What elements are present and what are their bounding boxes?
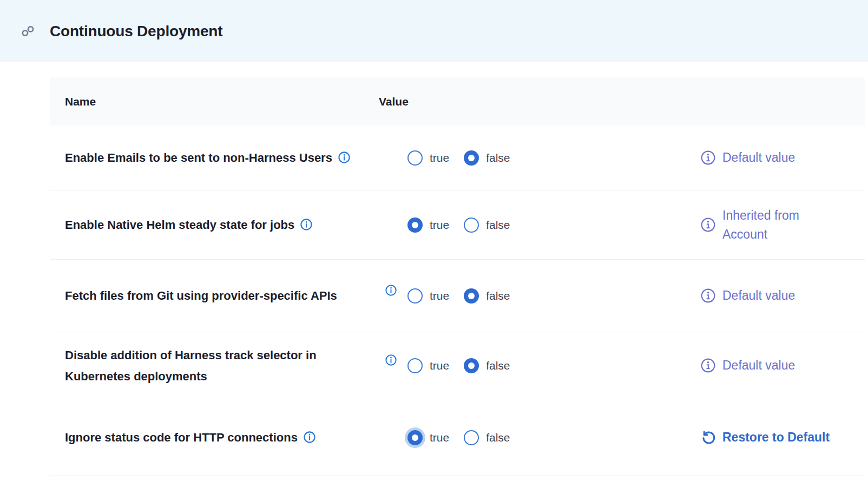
settings-content: Name Value Enable Emails to be sent to n…	[0, 62, 868, 476]
setting-label: Enable Emails to be sent to non-Harness …	[65, 151, 332, 164]
setting-value-cell: true false	[379, 430, 682, 445]
radio-true-label: true	[430, 219, 449, 232]
status-badge: Default value	[701, 148, 795, 167]
status-label: Default value	[722, 356, 795, 375]
radio-false-label: false	[486, 289, 510, 302]
radio-false-circle[interactable]	[464, 430, 479, 445]
radio-false-circle[interactable]	[464, 288, 479, 304]
column-header-name: Name	[50, 95, 379, 108]
radio-false-label: false	[486, 431, 510, 444]
radio-true-label: true	[430, 431, 449, 444]
setting-info-icon[interactable]	[385, 354, 397, 366]
settings-page: Continuous Deployment Name Value Enable …	[0, 0, 868, 476]
setting-info-icon[interactable]	[338, 151, 350, 163]
setting-value-cell: true false	[379, 358, 682, 373]
radio-option-false[interactable]: false	[464, 288, 510, 304]
table-body: Enable Emails to be sent to non-Harness …	[50, 126, 865, 476]
section-header: Continuous Deployment	[0, 0, 868, 62]
setting-value-cell: true false	[379, 150, 682, 166]
radio-true-circle[interactable]	[407, 358, 423, 373]
setting-label: Fetch files from Git using provider-spec…	[65, 289, 337, 302]
status-badge: Default value	[701, 356, 795, 375]
radio-true-label: true	[430, 289, 449, 302]
restore-icon	[701, 430, 716, 445]
radio-option-true[interactable]: true	[407, 358, 449, 373]
link-anchor-icon[interactable]	[21, 24, 35, 38]
radio-option-true[interactable]: true	[407, 288, 449, 304]
radio-true-circle[interactable]	[407, 150, 423, 166]
setting-status-cell: Default value	[682, 148, 865, 167]
setting-value-cell: true false	[379, 217, 682, 233]
status-badge: Inherited from Account	[701, 206, 833, 243]
setting-row: Fetch files from Git using provider-spec…	[50, 260, 865, 332]
setting-status-cell: Restore to Default	[682, 430, 865, 445]
setting-value-cell: true false	[379, 288, 682, 304]
setting-info-icon[interactable]	[300, 219, 312, 230]
setting-name-cell: Enable Emails to be sent to non-Harness …	[50, 147, 379, 168]
radio-false-circle[interactable]	[464, 150, 479, 166]
setting-info-icon[interactable]	[304, 431, 315, 443]
status-info-icon[interactable]	[701, 150, 715, 165]
status-label: Default value	[722, 148, 795, 167]
radio-option-false[interactable]: false	[464, 150, 510, 166]
status-info-icon[interactable]	[701, 217, 715, 232]
radio-option-true[interactable]: true	[407, 217, 449, 233]
radio-true-circle[interactable]	[407, 288, 423, 304]
table-header-row: Name Value	[50, 77, 865, 126]
setting-status-cell: Default value	[682, 356, 865, 375]
restore-label: Restore to Default	[722, 430, 830, 445]
setting-name-cell: Ignore status code for HTTP connections	[50, 427, 379, 448]
setting-row: Disable addition of Harness track select…	[50, 332, 865, 399]
radio-true-label: true	[430, 359, 449, 372]
radio-true-label: true	[430, 151, 449, 164]
radio-false-label: false	[486, 151, 510, 164]
radio-false-label: false	[486, 359, 510, 372]
setting-name-cell: Enable Native Helm steady state for jobs	[50, 214, 379, 235]
setting-label: Disable addition of Harness track select…	[65, 348, 317, 383]
radio-option-false[interactable]: false	[464, 430, 510, 445]
status-info-icon[interactable]	[701, 358, 715, 373]
radio-false-label: false	[486, 219, 510, 232]
setting-status-cell: Default value	[682, 286, 865, 305]
setting-status-cell: Inherited from Account	[682, 206, 865, 243]
setting-info-icon[interactable]	[385, 285, 397, 296]
restore-to-default-button[interactable]: Restore to Default	[701, 430, 830, 445]
status-label: Inherited from Account	[722, 206, 833, 243]
status-label: Default value	[722, 286, 795, 305]
radio-option-true[interactable]: true	[407, 430, 449, 445]
settings-table: Name Value Enable Emails to be sent to n…	[50, 77, 865, 476]
setting-row: Enable Emails to be sent to non-Harness …	[50, 126, 865, 190]
radio-option-true[interactable]: true	[407, 150, 449, 166]
section-title: Continuous Deployment	[50, 23, 222, 40]
radio-true-circle[interactable]	[407, 217, 423, 233]
setting-row: Enable Native Helm steady state for jobs…	[50, 190, 865, 260]
setting-label: Ignore status code for HTTP connections	[65, 431, 298, 444]
radio-false-circle[interactable]	[464, 217, 479, 233]
setting-name-cell: Fetch files from Git using provider-spec…	[50, 285, 379, 306]
radio-true-circle[interactable]	[407, 430, 423, 445]
status-badge: Default value	[701, 286, 795, 305]
radio-option-false[interactable]: false	[464, 358, 510, 373]
setting-row: Ignore status code for HTTP connections …	[50, 399, 865, 476]
radio-false-circle[interactable]	[464, 358, 479, 373]
column-header-value: Value	[379, 95, 682, 108]
radio-option-false[interactable]: false	[464, 217, 510, 233]
status-info-icon[interactable]	[701, 288, 715, 303]
setting-name-cell: Disable addition of Harness track select…	[50, 345, 379, 387]
setting-label: Enable Native Helm steady state for jobs	[65, 218, 294, 232]
